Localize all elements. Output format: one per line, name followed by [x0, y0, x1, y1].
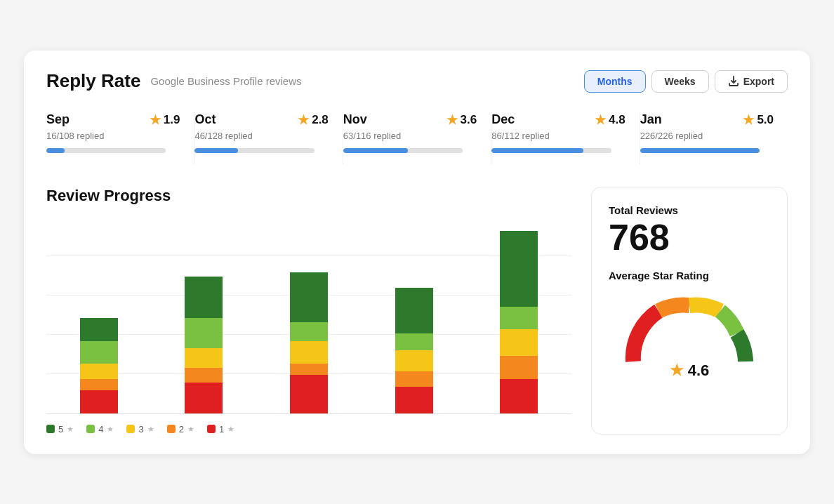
- month-name: Nov: [343, 112, 367, 127]
- bar-segment-s1: [80, 390, 118, 413]
- bar-segment-s1: [185, 383, 223, 413]
- legend-item-s2: 2 ★: [167, 424, 194, 435]
- progress-bar-fill: [46, 148, 65, 153]
- star-icon: ★: [446, 112, 458, 128]
- legend-item-s1: 1 ★: [207, 424, 234, 435]
- bar-segment-s2: [395, 371, 433, 387]
- progress-bar-fill: [194, 148, 237, 153]
- months-row: Sep ★ 1.9 16/108 replied Oct ★ 2.8 46/12…: [46, 112, 788, 164]
- bar-segment-s2: [500, 356, 538, 379]
- review-progress-title: Review Progress: [46, 187, 571, 205]
- month-card-oct: Oct ★ 2.8 46/128 replied: [194, 112, 343, 164]
- bar-segment-s5: [395, 288, 433, 333]
- progress-bar-fill: [640, 148, 760, 153]
- legend-dot: [86, 425, 95, 433]
- months-button[interactable]: Months: [584, 70, 646, 93]
- month-replied: 86/112 replied: [491, 131, 625, 141]
- legend-star-icon: ★: [107, 425, 114, 434]
- total-reviews-value: 768: [609, 219, 670, 256]
- bar-segment-s3: [395, 350, 433, 371]
- legend-dot: [167, 425, 176, 433]
- legend-star-icon: ★: [67, 425, 74, 434]
- legend-dot: [207, 425, 216, 433]
- export-icon: [728, 76, 739, 87]
- gauge-container: ★ 4.6: [609, 291, 770, 380]
- legend-dot: [46, 425, 55, 433]
- bar-group-dec: [376, 288, 453, 413]
- export-button[interactable]: Export: [715, 70, 788, 93]
- bar-group-sep: [60, 318, 138, 413]
- month-rating: ★ 1.9: [150, 112, 180, 128]
- total-reviews-label: Total Reviews: [609, 204, 678, 216]
- legend-star-icon: ★: [147, 425, 154, 434]
- month-rating: ★ 2.8: [298, 112, 329, 128]
- stacked-bar: [185, 277, 223, 413]
- gauge-star-icon: ★: [670, 362, 684, 380]
- legend-item-s4: 4 ★: [86, 424, 114, 435]
- month-rating: ★ 4.8: [595, 112, 626, 128]
- bar-segment-s3: [80, 364, 118, 379]
- bottom-section: Review Progress 5 ★ 4 ★ 3 ★ 2 ★ 1 ★ Tota…: [46, 187, 788, 435]
- month-name: Oct: [194, 112, 216, 127]
- bar-segment-s1: [395, 387, 433, 413]
- legend-star-icon: ★: [187, 425, 194, 434]
- month-name: Sep: [46, 112, 70, 127]
- legend-label: 3: [138, 424, 143, 435]
- month-card-dec: Dec ★ 4.8 86/112 replied: [491, 112, 640, 164]
- month-card-sep: Sep ★ 1.9 16/108 replied: [46, 112, 194, 164]
- star-icon: ★: [595, 112, 606, 128]
- stacked-bar: [395, 288, 433, 413]
- bar-segment-s4: [395, 333, 433, 350]
- bar-segment-s4: [80, 341, 118, 364]
- bar-segment-s4: [185, 318, 223, 348]
- view-controls: Months Weeks Export: [584, 70, 788, 93]
- progress-bar-bg: [491, 148, 611, 153]
- star-icon: ★: [150, 112, 161, 128]
- bar-segment-s1: [500, 379, 538, 413]
- month-replied: 46/128 replied: [194, 131, 328, 141]
- month-name: Jan: [640, 112, 662, 127]
- progress-bar-fill: [491, 148, 583, 153]
- month-replied: 226/226 replied: [640, 131, 774, 141]
- month-replied: 63/116 replied: [343, 131, 477, 141]
- stacked-bar: [500, 231, 538, 413]
- month-rating: ★ 3.6: [446, 112, 477, 128]
- month-replied: 16/108 replied: [46, 131, 180, 141]
- weeks-button[interactable]: Weeks: [651, 70, 709, 93]
- progress-bar-bg: [46, 148, 166, 153]
- legend-dot: [126, 425, 135, 433]
- bar-segment-s2: [80, 379, 118, 390]
- bar-segment-s3: [185, 348, 223, 367]
- bars-area: [46, 218, 571, 413]
- legend-star-icon: ★: [227, 425, 234, 434]
- bar-group-oct: [166, 277, 243, 413]
- bar-segment-s4: [500, 307, 538, 330]
- chart-legend: 5 ★ 4 ★ 3 ★ 2 ★ 1 ★: [46, 424, 571, 435]
- gauge-chart: [619, 291, 760, 369]
- progress-bar-bg: [343, 148, 463, 153]
- legend-label: 4: [98, 424, 103, 435]
- star-icon: ★: [743, 112, 754, 128]
- bar-segment-s5: [290, 272, 328, 321]
- bar-segment-s4: [290, 322, 328, 341]
- main-card: Reply Rate Google Business Profile revie…: [24, 51, 810, 454]
- progress-bar-fill: [343, 148, 408, 153]
- progress-bar-bg: [640, 148, 760, 153]
- progress-bar-bg: [194, 148, 314, 153]
- star-icon: ★: [298, 112, 309, 128]
- bar-segment-s5: [500, 231, 538, 307]
- legend-label: 5: [58, 424, 63, 435]
- stacked-bar: [80, 318, 118, 413]
- bar-segment-s3: [500, 329, 538, 356]
- bar-segment-s3: [290, 341, 328, 364]
- bar-segment-s2: [185, 368, 223, 383]
- avg-rating-label: Average Star Rating: [609, 270, 709, 281]
- legend-label: 1: [219, 424, 224, 435]
- review-progress-section: Review Progress 5 ★ 4 ★ 3 ★ 2 ★ 1 ★: [46, 187, 571, 435]
- header: Reply Rate Google Business Profile revie…: [46, 70, 788, 93]
- bar-segment-s1: [290, 375, 328, 413]
- bar-segment-s2: [290, 364, 328, 375]
- bar-chart: [46, 218, 571, 414]
- bar-group-jan: [480, 231, 557, 413]
- bar-group-nov: [270, 272, 348, 413]
